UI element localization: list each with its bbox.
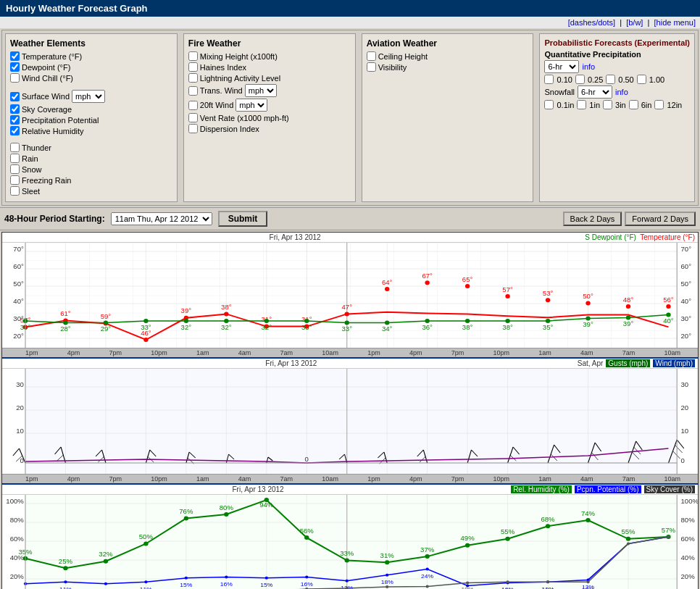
submit-button[interactable]: Submit: [218, 211, 268, 227]
gusts-label: Gusts (mph): [606, 359, 650, 367]
transwind-checkbox[interactable]: [188, 86, 198, 96]
qpf-period-select[interactable]: 6-hr12-hr24-hr: [544, 60, 579, 73]
qpf-010-checkbox[interactable]: [544, 75, 554, 84]
svg-text:10%: 10%: [542, 586, 555, 589]
thunder-row: Thunder: [10, 143, 172, 152]
svg-text:30: 30: [681, 381, 689, 388]
svg-point-60: [546, 298, 550, 302]
wind-chart-time-axis: 1pm 4pm 7pm 10pm 1am 4am 7am 10am 1pm 4p…: [2, 474, 698, 483]
precip-checkbox[interactable]: [10, 115, 20, 125]
svg-text:80%: 80%: [10, 517, 24, 524]
svg-point-268: [386, 574, 388, 577]
dispersion-checkbox[interactable]: [188, 124, 198, 133]
bw-link[interactable]: [b/w]: [626, 18, 643, 27]
humidity-chart: 100% 80% 60% 40% 20% 0% 100% 80% 60% 40%…: [2, 495, 698, 589]
dewpoint-checkbox[interactable]: [10, 62, 20, 72]
hide-menu-link[interactable]: [hide menu]: [654, 18, 696, 27]
legend-dewpoint-label: S Dewpoint (°F): [585, 233, 636, 241]
twentyft-unit-select[interactable]: mphkts: [236, 99, 267, 112]
svg-line-133: [13, 448, 20, 456]
svg-text:33°: 33°: [341, 325, 352, 333]
snowfall-12in-checkbox[interactable]: [654, 100, 664, 109]
windchill-checkbox[interactable]: [10, 73, 20, 83]
rain-checkbox[interactable]: [10, 154, 20, 163]
surfacewind-row: Surface Wind mphktskm/h: [10, 90, 172, 103]
svg-point-44: [224, 312, 228, 316]
qpf-025-checkbox[interactable]: [575, 75, 585, 84]
dashes-dots-link[interactable]: [dashes/dots]: [568, 18, 615, 27]
lightning-row: Lightning Activity Level: [188, 73, 351, 83]
visibility-checkbox[interactable]: [367, 62, 376, 72]
svg-point-64: [626, 304, 630, 309]
temp-chart-wrapper: Fri, Apr 13 2012 S Dewpoint (°F) Tempera…: [2, 233, 698, 357]
snowfall-01in-checkbox[interactable]: [544, 100, 554, 109]
relhumidity-checkbox[interactable]: [10, 126, 20, 135]
svg-point-76: [184, 319, 188, 323]
svg-text:32°: 32°: [181, 324, 192, 331]
svg-text:16%: 16%: [220, 581, 233, 588]
svg-text:70°: 70°: [681, 246, 692, 253]
svg-point-304: [506, 580, 509, 583]
svg-text:10%: 10%: [462, 586, 475, 589]
svg-point-232: [345, 559, 349, 563]
aviation-weather-title: Aviation Weather: [367, 38, 529, 49]
svg-point-80: [264, 319, 269, 323]
svg-point-242: [546, 524, 550, 528]
freezingrain-checkbox[interactable]: [10, 175, 20, 185]
svg-point-230: [304, 535, 309, 540]
rain-row: Rain: [10, 154, 172, 163]
qpf-050-checkbox[interactable]: [606, 75, 615, 84]
svg-point-310: [627, 543, 630, 546]
forward-button[interactable]: Forward 2 Days: [625, 212, 696, 226]
windchill-label: Wind Chill (°F): [22, 74, 73, 83]
transwind-label: Trans. Wind: [200, 86, 243, 95]
surfacewind-checkbox[interactable]: [10, 92, 20, 101]
transwind-unit-select[interactable]: mphkts: [245, 84, 277, 97]
snowfall-3in-checkbox[interactable]: [603, 100, 612, 109]
snowfall-6in-checkbox[interactable]: [629, 100, 638, 109]
back-button[interactable]: Back 2 Days: [563, 212, 622, 226]
skycoverage-checkbox[interactable]: [10, 104, 20, 114]
snowfall-period-select[interactable]: 6-hr12-hr24-hr: [578, 85, 612, 99]
lightning-checkbox[interactable]: [188, 73, 198, 83]
visibility-label: Visibility: [378, 63, 407, 72]
mixing-height-checkbox[interactable]: [188, 51, 198, 61]
twentyft-checkbox[interactable]: [188, 101, 198, 110]
top-links-bar: [dashes/dots] | [b/w] | [hide menu]: [0, 17, 700, 28]
temp-chart-svg: 70° 60° 50° 40° 30° 20° 70° 60° 50° 40° …: [2, 243, 698, 348]
humidity-chart-wrapper: Fri, Apr 13 2012 Rel. Humidity (%) Pcpn.…: [2, 483, 698, 589]
fire-weather-title: Fire Weather: [188, 38, 351, 49]
ventrate-checkbox[interactable]: [188, 113, 198, 122]
svg-text:53°: 53°: [543, 290, 554, 297]
qpf-info-link[interactable]: info: [582, 62, 595, 71]
svg-text:49%: 49%: [461, 535, 475, 542]
svg-text:34°: 34°: [382, 325, 393, 333]
skycoverage-label: Sky Coverage: [22, 105, 72, 114]
period-select[interactable]: 11am Thu, Apr 12 2012: [111, 212, 212, 225]
svg-text:39°: 39°: [181, 307, 192, 314]
weather-elements-title: Weather Elements: [10, 38, 172, 49]
charts-area: Fri, Apr 13 2012 S Dewpoint (°F) Tempera…: [1, 232, 699, 589]
sleet-checkbox[interactable]: [10, 186, 20, 196]
period-label: 48-Hour Period Starting:: [4, 214, 105, 224]
svg-point-52: [385, 287, 389, 291]
surfacewind-unit-select[interactable]: mphktskm/h: [72, 90, 105, 103]
ceiling-row: Ceiling Height: [367, 51, 529, 61]
ventrate-row: Vent Rate (x1000 mph-ft): [188, 113, 351, 122]
dewpoint-row: Dewpoint (°F): [10, 62, 172, 72]
sleet-label: Sleet: [22, 187, 40, 196]
snow-checkbox[interactable]: [10, 164, 20, 174]
svg-text:30: 30: [16, 381, 24, 388]
thunder-checkbox[interactable]: [10, 143, 20, 152]
snowfall-1in-checkbox[interactable]: [577, 100, 586, 109]
svg-text:20: 20: [16, 404, 24, 412]
haines-checkbox[interactable]: [188, 62, 198, 72]
snowfall-info-link[interactable]: info: [615, 88, 628, 96]
twentyft-row: 20ft Wind mphkts: [188, 99, 351, 112]
ceiling-checkbox[interactable]: [367, 51, 376, 61]
svg-point-88: [425, 319, 429, 323]
temp-checkbox[interactable]: [10, 51, 20, 61]
period-row: 48-Hour Period Starting: 11am Thu, Apr 1…: [0, 207, 700, 230]
qpf-100-checkbox[interactable]: [637, 75, 646, 84]
snowfall-label-row: Snowfall 6-hr12-hr24-hr info: [544, 85, 690, 99]
